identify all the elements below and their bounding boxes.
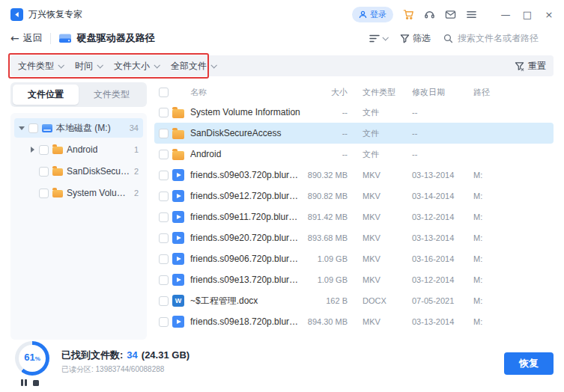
table-row[interactable]: SanDiskSecureAccess -- 文件 --: [154, 123, 554, 144]
app-window: 万兴恢复专家 登录 — □ ×: [0, 0, 564, 392]
file-path: M:: [463, 317, 554, 326]
titlebar: 万兴恢复专家 登录 — □ ×: [0, 0, 564, 24]
node-icon: [52, 147, 63, 154]
row-checkbox[interactable]: [159, 233, 169, 243]
checkbox[interactable]: [28, 123, 38, 133]
row-checkbox[interactable]: [159, 254, 169, 264]
file-type-icon: [172, 109, 184, 118]
file-size: --: [301, 150, 348, 159]
table-row[interactable]: friends.s09e13.720p.bluray.x2... 1.09 GB…: [154, 269, 554, 290]
funnel-icon: [400, 34, 410, 43]
file-size: 162 B: [301, 296, 348, 305]
login-button[interactable]: 登录: [352, 7, 393, 22]
caret-icon[interactable]: [19, 125, 25, 131]
column-type[interactable]: 文件类型: [348, 87, 401, 98]
table-row[interactable]: Android -- 文件 --: [154, 144, 554, 165]
column-size[interactable]: 大小: [301, 87, 348, 98]
file-type-icon: [172, 169, 184, 181]
feedback-button[interactable]: [445, 9, 456, 20]
filter-file-type[interactable]: 文件类型: [18, 60, 63, 73]
file-date: --: [401, 150, 463, 159]
node-icon: [42, 124, 52, 132]
tree-item[interactable]: Android 1: [14, 140, 143, 159]
table-row[interactable]: friends.s09e12.720p.bluray.x2... 890.82 …: [154, 186, 554, 206]
file-name: friends.s09e18.720p.bluray.x2...: [190, 316, 301, 327]
file-size: 1.09 GB: [301, 275, 348, 284]
row-checkbox[interactable]: [159, 171, 169, 180]
column-name[interactable]: 名称: [190, 87, 301, 98]
row-checkbox[interactable]: [159, 108, 169, 117]
found-files-count: 34: [127, 349, 137, 361]
tab-file-type[interactable]: 文件类型: [79, 85, 145, 105]
recover-button[interactable]: 恢复: [504, 352, 554, 375]
table-row[interactable]: friends.s09e11.720p.bluray.x2... 891.42 …: [154, 206, 554, 227]
support-button[interactable]: [424, 9, 435, 20]
row-checkbox[interactable]: [159, 275, 169, 285]
filter-all-files[interactable]: 全部文件: [171, 60, 216, 73]
row-checkbox[interactable]: [159, 296, 169, 306]
minimize-button[interactable]: —: [500, 9, 512, 20]
cart-button[interactable]: [403, 9, 414, 20]
row-checkbox[interactable]: [159, 317, 169, 327]
progress-percent-unit: %: [35, 356, 40, 362]
tree-item[interactable]: SanDiskSecureAccess 2: [14, 162, 143, 181]
select-all-checkbox[interactable]: [159, 88, 169, 97]
filter-button[interactable]: 筛选: [400, 32, 431, 45]
chevron-down-icon: [154, 62, 160, 68]
checkbox[interactable]: [39, 189, 49, 198]
table-row[interactable]: friends.s09e18.720p.bluray.x2... 894.30 …: [154, 311, 554, 332]
node-icon: [52, 190, 63, 197]
caret-icon[interactable]: [29, 190, 35, 196]
file-size: 891.42 MB: [301, 212, 348, 221]
file-type: MKV: [348, 171, 401, 180]
file-date: 03-13-2014: [401, 233, 463, 242]
stop-button[interactable]: [33, 380, 39, 386]
file-path: M:: [463, 254, 554, 263]
file-type: 文件: [348, 149, 401, 160]
caret-icon[interactable]: [29, 147, 35, 153]
chevron-down-icon: [58, 62, 64, 68]
row-checkbox[interactable]: [159, 150, 169, 159]
column-path[interactable]: 路径: [463, 87, 554, 98]
file-date: --: [401, 129, 463, 138]
table-row[interactable]: friends.s09e20.720p.bluray.x2... 893.68 …: [154, 227, 554, 248]
sort-dropdown[interactable]: [369, 34, 387, 43]
footer: 61 % 已找到文件数: 34 (24.31 GB) 已读分区: 1398374…: [0, 340, 564, 392]
pause-button[interactable]: [21, 379, 27, 386]
file-name: System Volume Information: [190, 107, 301, 117]
file-table-body: System Volume Information -- 文件 -- SanDi…: [154, 102, 554, 332]
table-row[interactable]: friends.s09e06.720p.bluray.x2... 1.09 GB…: [154, 248, 554, 269]
tree-item[interactable]: System Volume Infor... 2: [14, 183, 143, 203]
file-list-panel: 名称 大小 文件类型 修改日期 路径 System Volume Informa…: [154, 82, 554, 340]
maximize-button[interactable]: □: [521, 9, 533, 20]
tree-item-label: SanDiskSecureAccess: [67, 166, 130, 177]
back-button[interactable]: ← 返回: [10, 31, 43, 45]
tree-item-count: 2: [134, 167, 139, 176]
table-row[interactable]: friends.s09e03.720p.bluray.x2... 890.32 …: [154, 165, 554, 186]
column-date[interactable]: 修改日期: [401, 87, 463, 98]
caret-icon[interactable]: [29, 168, 35, 174]
tree-item-count: 2: [134, 189, 139, 197]
search-input[interactable]: [458, 33, 554, 43]
file-name: friends.s09e13.720p.bluray.x2...: [190, 275, 301, 285]
menu-icon: [466, 9, 477, 20]
search-icon: [443, 34, 453, 43]
headset-icon: [424, 9, 435, 20]
filter-bar: 文件类型 时间 文件大小 全部文件 重置: [10, 55, 554, 76]
row-checkbox[interactable]: [159, 129, 169, 138]
close-button[interactable]: ×: [543, 9, 555, 20]
table-row[interactable]: W ~$工程管理.docx 162 B DOCX 07-05-2021 M:: [154, 290, 554, 311]
row-checkbox[interactable]: [159, 192, 169, 201]
reset-filters-button[interactable]: 重置: [515, 60, 546, 73]
checkbox[interactable]: [39, 167, 49, 177]
app-title: 万兴恢复专家: [28, 8, 82, 21]
table-row[interactable]: System Volume Information -- 文件 --: [154, 102, 554, 123]
checkbox[interactable]: [39, 145, 49, 155]
menu-button[interactable]: [466, 9, 477, 20]
tree-item[interactable]: 本地磁盘 (M:) 34: [14, 118, 143, 138]
file-name: SanDiskSecureAccess: [190, 128, 301, 138]
filter-file-size[interactable]: 文件大小: [114, 60, 159, 73]
filter-time[interactable]: 时间: [75, 60, 102, 73]
row-checkbox[interactable]: [159, 212, 169, 222]
tab-file-location[interactable]: 文件位置: [13, 85, 79, 105]
